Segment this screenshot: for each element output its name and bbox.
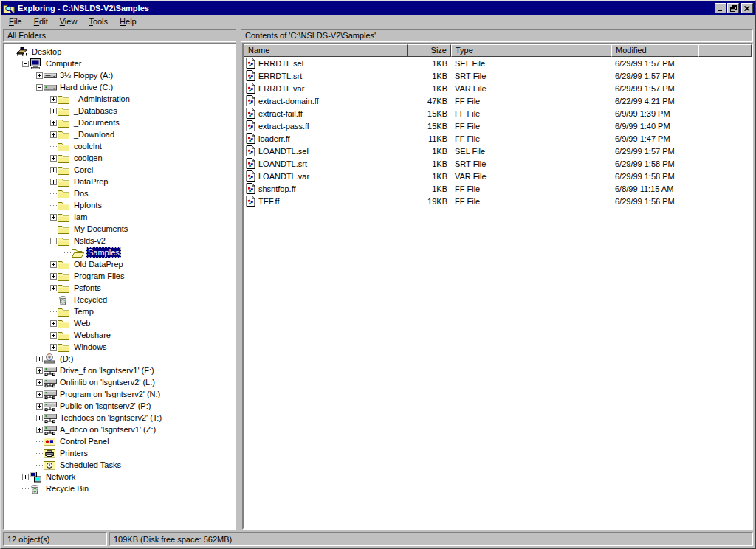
file-icon: [246, 83, 255, 94]
file-row[interactable]: ERRDTL.var1KBVAR File6/29/99 1:57 PM: [244, 82, 752, 94]
tree-item[interactable]: Control Panel: [4, 435, 235, 447]
expand-toggle[interactable]: [49, 179, 58, 185]
expand-toggle[interactable]: [49, 214, 58, 221]
expand-toggle[interactable]: [35, 415, 44, 421]
expand-toggle[interactable]: [49, 344, 58, 351]
expand-toggle[interactable]: [49, 332, 58, 339]
menu-item-help[interactable]: Help: [114, 15, 142, 28]
tree-item[interactable]: Windows: [4, 341, 235, 353]
tree-item[interactable]: Drive_f on 'lsgntserv1' (F:): [4, 365, 235, 376]
title-bar[interactable]: Exploring - C:\NSLDS-V2\Samples: [1, 1, 755, 15]
expand-toggle[interactable]: [35, 391, 44, 398]
close-button[interactable]: [741, 3, 753, 13]
expand-toggle[interactable]: [49, 167, 58, 173]
expand-toggle[interactable]: [49, 273, 58, 280]
tree-item[interactable]: Desktop: [4, 46, 235, 58]
file-row[interactable]: LOANDTL.var1KBVAR File6/29/99 1:58 PM: [244, 170, 752, 182]
file-row[interactable]: extract-pass.ff15KBFF File6/9/99 1:40 PM: [244, 120, 752, 132]
tree-item[interactable]: coolcInt: [4, 140, 235, 152]
expand-toggle[interactable]: [35, 84, 44, 91]
tree-item[interactable]: _Download: [4, 128, 235, 140]
file-row[interactable]: extract-domain.ff47KBFF File6/22/99 4:21…: [244, 94, 752, 107]
expand-toggle[interactable]: [49, 108, 58, 114]
expand-toggle[interactable]: [21, 61, 30, 67]
tree-item[interactable]: Recycle Bin: [4, 483, 235, 494]
tree-item[interactable]: Scheduled Tasks: [4, 459, 235, 471]
menu-item-view[interactable]: View: [54, 15, 83, 28]
file-row[interactable]: LOANDTL.srt1KBSRT File6/29/99 1:58 PM: [244, 157, 752, 170]
expand-toggle[interactable]: [35, 356, 44, 362]
tree-item[interactable]: Computer: [4, 58, 235, 69]
expand-toggle[interactable]: [35, 427, 44, 433]
expand-toggle[interactable]: [35, 403, 44, 410]
tree-item[interactable]: Recycled: [4, 294, 235, 305]
expand-toggle[interactable]: [35, 72, 44, 79]
expand-toggle[interactable]: [49, 96, 58, 103]
minimize-button[interactable]: [715, 3, 726, 13]
tree-item[interactable]: 3½ Floppy (A:): [4, 69, 235, 81]
tree-item[interactable]: Program on 'lsgntserv2' (N:): [4, 388, 235, 400]
tree-item[interactable]: Dos: [4, 187, 235, 199]
expand-toggle[interactable]: [35, 379, 44, 386]
tree-item[interactable]: Samples: [4, 246, 235, 258]
menu-item-tools[interactable]: Tools: [83, 15, 114, 28]
tree-item[interactable]: Public on 'lsgntserv2' (P:): [4, 400, 235, 412]
tree-item[interactable]: Printers: [4, 447, 235, 459]
tree-item[interactable]: Program Files: [4, 270, 235, 282]
tree-item[interactable]: Psfonts: [4, 282, 235, 294]
tree-item[interactable]: Onlinlib on 'lsgntserv2' (L:): [4, 376, 235, 388]
tree-item[interactable]: _Databases: [4, 105, 235, 117]
tree-indent: [4, 93, 49, 105]
file-row[interactable]: loaderr.ff11KBFF File6/9/99 1:47 PM: [244, 132, 752, 145]
column-header-size[interactable]: Size: [408, 44, 451, 57]
tree-item[interactable]: My Documents: [4, 223, 235, 235]
folder-tree[interactable]: DesktopComputer3½ Floppy (A:)Hard drive …: [3, 43, 236, 530]
expand-toggle[interactable]: [21, 474, 30, 480]
expand-toggle[interactable]: [49, 320, 58, 327]
file-row[interactable]: shsntfop.ff1KBFF File6/8/99 11:15 AM: [244, 182, 752, 195]
printers-icon: [44, 449, 58, 458]
expand-toggle[interactable]: [49, 238, 58, 244]
file-row[interactable]: LOANDTL.sel1KBSEL File6/29/99 1:57 PM: [244, 145, 752, 157]
tree-item[interactable]: Iam: [4, 211, 235, 223]
tree-indent: [4, 246, 63, 258]
column-header-type[interactable]: Type: [451, 44, 611, 57]
tree-item[interactable]: Temp: [4, 305, 235, 317]
tree-item[interactable]: Hard drive (C:): [4, 81, 235, 93]
tree-item[interactable]: A_doco on 'lsgntserv1' (Z:): [4, 424, 235, 435]
tree-item[interactable]: Corel: [4, 164, 235, 176]
file-type: FF File: [451, 97, 611, 106]
expand-toggle[interactable]: [49, 261, 58, 268]
tree-item[interactable]: (D:): [4, 353, 235, 365]
column-header-modified[interactable]: Modified: [611, 44, 698, 57]
tree-item[interactable]: Old DataPrep: [4, 258, 235, 270]
file-row[interactable]: TEF.ff19KBFF File6/29/99 1:56 PM: [244, 195, 752, 207]
menu-item-file[interactable]: File: [3, 15, 28, 28]
expand-toggle[interactable]: [49, 131, 58, 138]
expand-toggle[interactable]: [49, 285, 58, 291]
tree-item[interactable]: _Administration: [4, 93, 235, 105]
recyclebin-icon: [58, 294, 72, 305]
tree-item-label: Iam: [72, 212, 89, 222]
tree-item[interactable]: coolgen: [4, 152, 235, 164]
tree-item[interactable]: Techdocs on 'lsgntserv2' (T:): [4, 412, 235, 424]
tree-item[interactable]: Hpfonts: [4, 199, 235, 211]
expand-toggle[interactable]: [49, 155, 58, 162]
tree-item[interactable]: Web: [4, 317, 235, 329]
expand-toggle[interactable]: [35, 367, 44, 374]
menu-item-edit[interactable]: Edit: [28, 15, 54, 28]
column-header-name[interactable]: Name: [244, 44, 408, 57]
file-size: 1KB: [408, 172, 451, 181]
expand-toggle[interactable]: [49, 120, 58, 126]
file-row[interactable]: ERRDTL.sel1KBSEL File6/29/99 1:57 PM: [244, 57, 752, 69]
tree-item[interactable]: Network: [4, 471, 235, 483]
pane-splitter[interactable]: [236, 43, 242, 530]
tree-item[interactable]: DataPrep: [4, 176, 235, 187]
tree-item[interactable]: _Documents: [4, 117, 235, 128]
tree-item[interactable]: Webshare: [4, 329, 235, 341]
file-row[interactable]: extract-fail.ff15KBFF File6/9/99 1:39 PM: [244, 107, 752, 120]
file-list[interactable]: NameSizeTypeModified ERRDTL.sel1KBSEL Fi…: [242, 43, 753, 530]
tree-item[interactable]: Nslds-v2: [4, 235, 235, 246]
file-row[interactable]: ERRDTL.srt1KBSRT File6/29/99 1:57 PM: [244, 69, 752, 82]
restore-button[interactable]: [727, 3, 739, 13]
